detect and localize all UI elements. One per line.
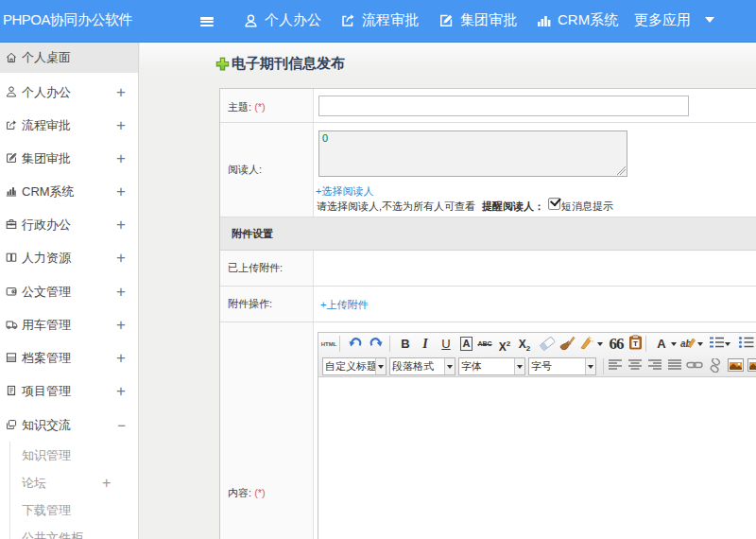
svg-text:T: T	[633, 339, 638, 348]
